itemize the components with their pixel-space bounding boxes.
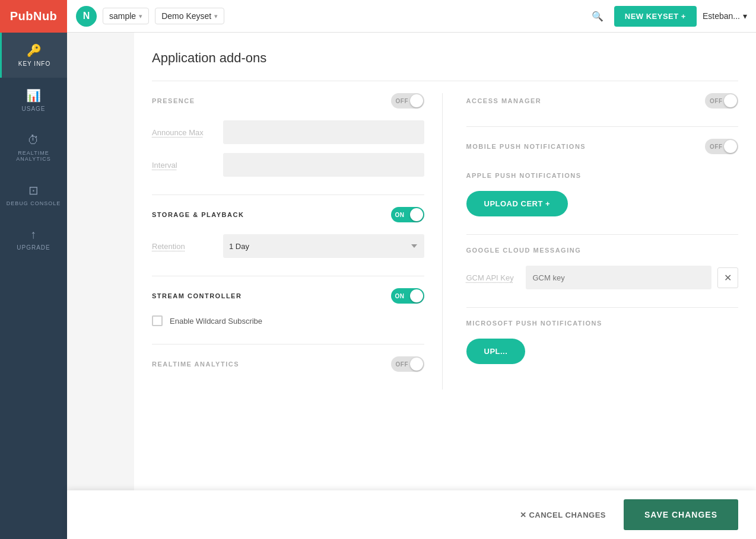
access-toggle-thumb <box>724 94 737 107</box>
sidebar: PubNub 🔑 KEY INFO 📊 USAGE ⏱ REALTIME ANA… <box>0 0 67 539</box>
sidebar-item-debug-console[interactable]: ⊡ DEBUG CONSOLE <box>0 173 67 217</box>
right-column: ACCESS MANAGER OFF MOBILE PUSH NOTIFICAT… <box>443 93 739 390</box>
upgrade-icon: ↑ <box>30 228 37 241</box>
gcm-row: GCM API Key ✕ <box>466 266 739 289</box>
google-cloud-header: GOOGLE CLOUD MESSAGING <box>466 247 739 254</box>
realtime-analytics-section: REALTIME ANALYTICS OFF <box>152 356 424 372</box>
storage-title: STORAGE & PLAYBACK <box>152 211 244 218</box>
presence-toggle-thumb <box>410 94 423 107</box>
presence-title: PRESENCE <box>152 97 195 104</box>
page-title: Application add-ons <box>152 50 738 66</box>
key-icon: 🔑 <box>27 43 42 58</box>
sidebar-item-key-info[interactable]: 🔑 KEY INFO <box>0 33 67 78</box>
apple-push-header: APPLE PUSH NOTIFICATIONS <box>466 172 739 179</box>
wildcard-row: Enable Wildcard Subscribe <box>152 315 424 326</box>
storage-playback-section: STORAGE & PLAYBACK ON Retention 1 Day 7 … <box>152 207 424 258</box>
presence-section: PRESENCE OFF Announce Max Interval <box>152 93 424 177</box>
gcm-divider <box>466 307 739 308</box>
stream-controller-section: STREAM CONTROLLER ON Enable Wildcard Sub… <box>152 288 424 326</box>
sidebar-label-key-info: KEY INFO <box>18 60 51 67</box>
apple-push-title: APPLE PUSH NOTIFICATIONS <box>466 172 582 179</box>
save-button[interactable]: SAVE CHANGES <box>624 499 738 530</box>
presence-toggle-track[interactable]: OFF <box>391 93 424 109</box>
interval-input[interactable] <box>223 153 424 177</box>
access-title: ACCESS MANAGER <box>466 97 542 104</box>
user-menu[interactable]: Esteban... ▾ <box>703 11 747 21</box>
upload-cert-button[interactable]: UPLOAD CERT + <box>466 191 568 216</box>
realtime-toggle-label: OFF <box>396 361 409 368</box>
close-icon: ✕ <box>724 272 732 283</box>
search-button[interactable]: 🔍 <box>587 6 608 27</box>
announce-max-input[interactable] <box>223 120 424 144</box>
presence-divider <box>152 194 424 195</box>
storage-toggle[interactable]: ON <box>391 207 424 222</box>
new-keyset-button[interactable]: NEW KEYSET + <box>614 6 697 27</box>
mobile-push-header: MOBILE PUSH NOTIFICATIONS OFF <box>466 139 739 154</box>
google-cloud-section: GOOGLE CLOUD MESSAGING GCM API Key ✕ <box>466 247 739 289</box>
stream-title: STREAM CONTROLLER <box>152 292 242 299</box>
presence-toggle[interactable]: OFF <box>391 93 424 109</box>
mobile-push-toggle-thumb <box>724 140 737 153</box>
presence-toggle-label: OFF <box>396 98 409 104</box>
sidebar-label-upgrade: UPGRADE <box>17 244 50 251</box>
storage-toggle-thumb <box>410 208 423 221</box>
brand-logo[interactable]: PubNub <box>0 0 67 33</box>
wildcard-checkbox[interactable] <box>152 315 163 326</box>
storage-toggle-label: ON <box>395 212 405 218</box>
retention-select[interactable]: 1 Day 7 Days 30 Days 3 Months 6 Months 1… <box>223 234 424 258</box>
analytics-icon: ⏱ <box>27 133 40 147</box>
project-dropdown[interactable]: sample ▾ <box>103 8 149 24</box>
sidebar-item-upgrade[interactable]: ↑ UPGRADE <box>0 217 67 261</box>
realtime-toggle-thumb <box>410 358 423 371</box>
topbar: N sample ▾ Demo Keyset ▾ 🔍 NEW KEYSET + … <box>67 0 756 33</box>
apple-divider <box>466 234 739 235</box>
microsoft-push-section: MICROSOFT PUSH NOTIFICATIONS UPL... <box>466 320 739 364</box>
gcm-api-key-input[interactable] <box>526 266 712 289</box>
access-toggle[interactable]: OFF <box>705 93 738 109</box>
gcm-api-key-label: GCM API Key <box>466 273 520 282</box>
realtime-toggle[interactable]: OFF <box>391 356 424 372</box>
microsoft-push-title: MICROSOFT PUSH NOTIFICATIONS <box>466 320 602 327</box>
mobile-push-toggle[interactable]: OFF <box>705 139 738 154</box>
keyset-dropdown[interactable]: Demo Keyset ▾ <box>155 8 224 24</box>
retention-label: Retention <box>152 242 223 251</box>
presence-header: PRESENCE OFF <box>152 93 424 109</box>
left-column: PRESENCE OFF Announce Max Interval <box>152 93 443 390</box>
storage-divider <box>152 276 424 276</box>
access-divider <box>466 126 739 127</box>
mobile-push-title: MOBILE PUSH NOTIFICATIONS <box>466 143 586 150</box>
stream-header: STREAM CONTROLLER ON <box>152 288 424 304</box>
mobile-push-toggle-track[interactable]: OFF <box>705 139 738 154</box>
storage-toggle-track[interactable]: ON <box>391 207 424 222</box>
microsoft-upload-button[interactable]: UPL... <box>466 339 526 364</box>
search-icon: 🔍 <box>592 11 603 22</box>
stream-toggle[interactable]: ON <box>391 288 424 304</box>
realtime-toggle-track[interactable]: OFF <box>391 356 424 372</box>
avatar: N <box>76 6 97 27</box>
mobile-push-section: MOBILE PUSH NOTIFICATIONS OFF <box>466 139 739 154</box>
realtime-header: REALTIME ANALYTICS OFF <box>152 356 424 372</box>
stream-divider <box>152 344 424 345</box>
two-column-layout: PRESENCE OFF Announce Max Interval <box>152 93 738 390</box>
gcm-clear-button[interactable]: ✕ <box>717 267 738 288</box>
project-chevron-icon: ▾ <box>139 12 142 20</box>
sidebar-item-usage[interactable]: 📊 USAGE <box>0 78 67 123</box>
wildcard-label: Enable Wildcard Subscribe <box>170 317 262 326</box>
cancel-button[interactable]: ✕ CANCEL CHANGES <box>508 502 618 528</box>
keyset-name: Demo Keyset <box>161 11 211 21</box>
access-toggle-track[interactable]: OFF <box>705 93 738 109</box>
sidebar-label-debug: DEBUG CONSOLE <box>7 200 61 206</box>
sidebar-label-realtime: REALTIME ANALYTICS <box>3 150 64 162</box>
stream-toggle-track[interactable]: ON <box>391 288 424 304</box>
sidebar-label-usage: USAGE <box>21 106 45 112</box>
sidebar-item-realtime-analytics[interactable]: ⏱ REALTIME ANALYTICS <box>0 123 67 173</box>
console-icon: ⊡ <box>28 183 39 197</box>
realtime-title: REALTIME ANALYTICS <box>152 361 239 368</box>
title-divider <box>152 81 738 81</box>
stream-toggle-label: ON <box>395 293 405 299</box>
user-chevron-icon: ▾ <box>743 11 747 21</box>
user-name: Esteban... <box>703 11 740 21</box>
storage-header: STORAGE & PLAYBACK ON <box>152 207 424 222</box>
microsoft-push-header: MICROSOFT PUSH NOTIFICATIONS <box>466 320 739 327</box>
main-content: Application add-ons PRESENCE OFF Announc… <box>134 33 756 539</box>
